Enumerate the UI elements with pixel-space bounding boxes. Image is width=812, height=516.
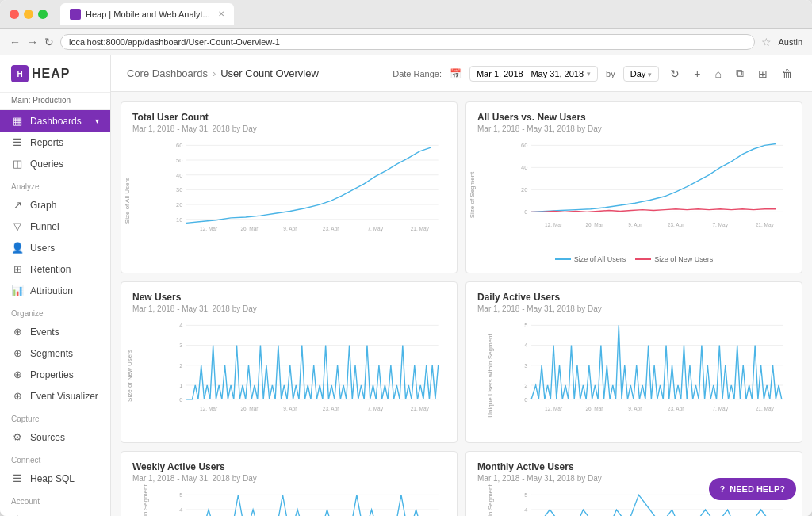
forward-button[interactable]: → bbox=[27, 36, 38, 48]
y-axis-label-weekly-active: Unique Users within Segment bbox=[142, 484, 149, 516]
chart-subtitle-weekly-active: Mar 1, 2018 - May 31, 2018 by Day bbox=[132, 474, 446, 483]
svg-text:4: 4 bbox=[179, 323, 182, 330]
svg-text:21. May: 21. May bbox=[756, 406, 775, 412]
properties-icon: ⊕ bbox=[11, 369, 24, 380]
svg-text:26. Mar: 26. Mar bbox=[585, 222, 603, 227]
back-button[interactable]: ← bbox=[10, 36, 21, 48]
attribution-icon: 📊 bbox=[11, 285, 24, 296]
sidebar-item-settings[interactable]: ⚙ Settings bbox=[0, 509, 110, 516]
browser-tab[interactable]: Heap | Mobile and Web Analyt... ✕ bbox=[60, 3, 234, 25]
sidebar-attribution-label: Attribution bbox=[30, 285, 99, 296]
date-range-value: Mar 1, 2018 - May 31, 2018 bbox=[477, 69, 584, 78]
sidebar-item-dashboards[interactable]: ▦ Dashboards ▾ bbox=[0, 110, 110, 132]
refresh-button[interactable]: ↻ bbox=[667, 66, 683, 82]
sidebar-item-heap-sql[interactable]: ☰ Heap SQL bbox=[0, 468, 110, 489]
svg-text:0: 0 bbox=[179, 396, 182, 403]
sidebar-item-queries[interactable]: ◫ Queries bbox=[0, 153, 110, 174]
sidebar-item-attribution[interactable]: 📊 Attribution bbox=[0, 280, 110, 301]
sidebar-item-properties[interactable]: ⊕ Properties bbox=[0, 364, 110, 385]
svg-text:0: 0 bbox=[524, 396, 527, 403]
sidebar-reports-label: Reports bbox=[30, 137, 99, 148]
date-range-select[interactable]: Mar 1, 2018 - May 31, 2018 ▾ bbox=[469, 66, 598, 82]
sidebar-item-graph[interactable]: ↗ Graph bbox=[0, 194, 110, 216]
organize-section-label: Organize bbox=[0, 301, 110, 321]
chart-title-daily-active: Daily Active Users bbox=[477, 292, 791, 303]
heap-logo: H HEAP bbox=[11, 65, 70, 82]
sidebar-item-events[interactable]: ⊕ Events bbox=[0, 321, 110, 342]
bookmark-icon[interactable]: ☆ bbox=[761, 36, 772, 48]
sources-icon: ⚙ bbox=[11, 431, 24, 443]
funnel-icon: ▽ bbox=[11, 220, 24, 232]
breadcrumb-parent[interactable]: Core Dashboards bbox=[127, 67, 208, 79]
svg-text:23. Apr: 23. Apr bbox=[323, 226, 339, 232]
by-label: by bbox=[606, 69, 615, 78]
sidebar-properties-label: Properties bbox=[30, 369, 99, 380]
svg-text:21. May: 21. May bbox=[411, 226, 430, 232]
user-name: Austin bbox=[778, 37, 802, 47]
chart-svg-total: 60 50 40 30 20 10 12. Mar 26. Mar 9. Apr… bbox=[164, 138, 446, 234]
sidebar-item-event-visualizer[interactable]: ⊕ Event Visualizer bbox=[0, 385, 110, 407]
queries-icon: ◫ bbox=[11, 158, 24, 170]
granularity-chevron-icon: ▾ bbox=[648, 71, 652, 78]
maximize-dot[interactable] bbox=[38, 10, 48, 19]
svg-text:21. May: 21. May bbox=[411, 406, 430, 412]
date-range-chevron-icon: ▾ bbox=[587, 70, 591, 78]
breadcrumb-current: User Count Overview bbox=[220, 67, 319, 79]
svg-text:20: 20 bbox=[521, 186, 527, 193]
granularity-select[interactable]: Day ▾ bbox=[623, 66, 660, 82]
sidebar-retention-label: Retention bbox=[30, 264, 99, 275]
analyze-section-label: Analyze bbox=[0, 174, 110, 194]
chart-title-new-users: New Users bbox=[132, 292, 446, 303]
grid-button[interactable]: ⊞ bbox=[755, 66, 771, 82]
add-button[interactable]: + bbox=[691, 66, 703, 82]
address-bar[interactable]: localhost:8000/app/dashboard/User-Count-… bbox=[60, 34, 755, 50]
svg-text:12. Mar: 12. Mar bbox=[200, 226, 218, 231]
legend-red-line bbox=[635, 258, 651, 260]
svg-text:50: 50 bbox=[176, 157, 182, 164]
svg-text:5: 5 bbox=[179, 491, 182, 499]
home-button[interactable]: ⌂ bbox=[712, 66, 725, 82]
svg-text:12. Mar: 12. Mar bbox=[545, 406, 563, 411]
svg-text:3: 3 bbox=[524, 362, 527, 369]
sidebar-item-funnel[interactable]: ▽ Funnel bbox=[0, 216, 110, 237]
calendar-icon: 📅 bbox=[450, 68, 462, 79]
legend-all-users: Size of All Users bbox=[555, 255, 626, 263]
sidebar-item-sources[interactable]: ⚙ Sources bbox=[0, 426, 110, 448]
svg-text:5: 5 bbox=[524, 491, 527, 499]
tab-close-btn[interactable]: ✕ bbox=[218, 10, 224, 18]
sidebar: H HEAP Main: Production ▦ Dashboards ▾ ☰… bbox=[0, 55, 111, 516]
heap-logo-text: HEAP bbox=[32, 67, 70, 81]
svg-text:26. Mar: 26. Mar bbox=[240, 406, 259, 411]
sidebar-item-retention[interactable]: ⊞ Retention bbox=[0, 258, 110, 280]
segments-icon: ⊕ bbox=[11, 347, 24, 359]
close-dot[interactable] bbox=[10, 10, 19, 19]
copy-button[interactable]: ⧉ bbox=[733, 65, 747, 82]
svg-text:2: 2 bbox=[179, 362, 182, 369]
sidebar-dashboards-label: Dashboards bbox=[30, 116, 89, 127]
event-visualizer-icon: ⊕ bbox=[11, 390, 24, 402]
svg-text:4: 4 bbox=[524, 342, 527, 350]
delete-button[interactable]: 🗑 bbox=[779, 66, 796, 82]
minimize-dot[interactable] bbox=[24, 10, 33, 19]
dashboards-chevron-icon: ▾ bbox=[95, 117, 99, 125]
browser-nav: ← → ↻ localhost:8000/app/dashboard/User-… bbox=[0, 29, 812, 55]
app-layout: H HEAP Main: Production ▦ Dashboards ▾ ☰… bbox=[0, 55, 812, 516]
sidebar-item-users[interactable]: 👤 Users bbox=[0, 237, 110, 258]
need-help-button[interactable]: ? NEED HELP? bbox=[709, 478, 796, 500]
heap-icon: H bbox=[11, 65, 29, 82]
svg-text:4: 4 bbox=[179, 506, 182, 514]
y-axis-label-new-users: Size of New Users bbox=[126, 350, 133, 402]
main-content: Core Dashboards › User Count Overview Da… bbox=[111, 55, 812, 516]
sidebar-item-segments[interactable]: ⊕ Segments bbox=[0, 342, 110, 364]
granularity-value: Day bbox=[630, 69, 646, 78]
svg-text:20: 20 bbox=[176, 201, 182, 208]
graph-icon: ↗ bbox=[11, 199, 24, 211]
svg-text:7. May: 7. May bbox=[712, 406, 728, 412]
chart-svg-weekly-active: 5 4 3 0 12. Mar 26. Mar 9. Apr 23. Apr 7… bbox=[164, 487, 446, 516]
reload-button[interactable]: ↻ bbox=[44, 36, 54, 48]
sidebar-item-reports[interactable]: ☰ Reports bbox=[0, 132, 110, 153]
chart-svg-all-vs-new: 60 40 20 0 12. Mar 26. Mar 9. Apr 23. Ap… bbox=[509, 138, 791, 234]
chart-wrapper-all-vs-new: Size of Segment 60 40 20 0 12. Mar 26. M… bbox=[477, 138, 791, 252]
sidebar-heap-sql-label: Heap SQL bbox=[30, 473, 99, 484]
topbar-actions: Date Range: 📅 Mar 1, 2018 - May 31, 2018… bbox=[393, 65, 796, 82]
